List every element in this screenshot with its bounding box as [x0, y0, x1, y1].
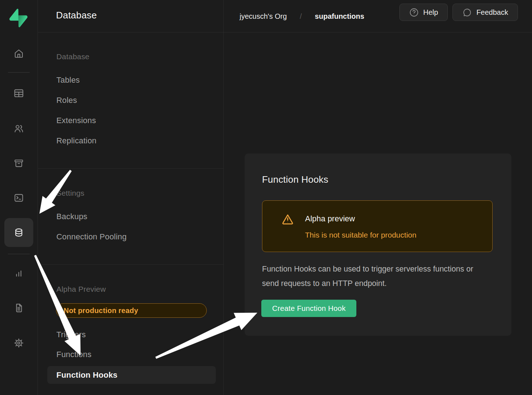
- feedback-button-label: Feedback: [476, 8, 508, 17]
- function-hooks-description: Function Hooks can be used to trigger se…: [262, 262, 486, 291]
- sidebar-header: Database: [38, 0, 223, 32]
- icon-rail: [0, 0, 38, 395]
- supabase-logo-icon[interactable]: [9, 9, 27, 27]
- sidebar-item-replication[interactable]: Replication: [56, 136, 96, 146]
- alert-title: Alpha preview: [305, 214, 355, 223]
- breadcrumb-separator: /: [300, 12, 302, 21]
- sidebar-item-connection-pooling[interactable]: Connection Pooling: [56, 232, 126, 242]
- sidebar-divider: [38, 264, 223, 265]
- function-hooks-card: Function Hooks Alpha preview This is not…: [245, 153, 511, 336]
- help-circle-icon: [409, 8, 419, 17]
- sql-terminal-icon[interactable]: [4, 183, 33, 212]
- sidebar-title: Database: [56, 10, 97, 21]
- not-production-ready-badge: Not production ready: [56, 303, 207, 318]
- create-function-hook-button-label: Create Function Hook: [272, 304, 346, 313]
- help-button-label: Help: [423, 8, 438, 17]
- database-sidebar: Database Database Tables Roles Extension…: [38, 0, 224, 395]
- topbar-actions: Help Feedback: [399, 4, 518, 21]
- sidebar-item-backups[interactable]: Backups: [56, 212, 87, 221]
- alpha-preview-alert: Alpha preview This is not suitable for p…: [262, 200, 493, 252]
- home-icon[interactable]: [4, 39, 33, 68]
- supabase-dashboard: { "colors": { "background": "#1c1c1c", "…: [0, 0, 532, 395]
- breadcrumb: jyecusch's Org / supafunctions: [240, 0, 364, 32]
- rail-divider: [8, 72, 30, 73]
- rail-divider: [8, 254, 30, 254]
- help-button[interactable]: Help: [399, 4, 448, 21]
- page-title: Function Hooks: [262, 174, 328, 185]
- reports-chart-icon[interactable]: [4, 259, 33, 288]
- sidebar-item-roles[interactable]: Roles: [56, 96, 77, 105]
- section-label-alpha-preview: Alpha Preview: [56, 285, 106, 294]
- sidebar-item-function-hooks-label: Function Hooks: [56, 370, 117, 380]
- warning-triangle-icon: [281, 213, 294, 226]
- database-icon[interactable]: [4, 218, 33, 247]
- sidebar-divider: [38, 168, 223, 169]
- storage-archive-icon[interactable]: [4, 149, 33, 178]
- settings-gear-icon[interactable]: [4, 329, 33, 357]
- create-function-hook-button[interactable]: Create Function Hook: [261, 300, 356, 317]
- logs-document-icon[interactable]: [4, 294, 33, 322]
- alert-subtitle: This is not suitable for production: [305, 231, 416, 239]
- feedback-bubble-icon: [462, 8, 472, 17]
- sidebar-item-function-hooks[interactable]: Function Hooks: [47, 366, 216, 384]
- sidebar-item-tables[interactable]: Tables: [56, 75, 80, 85]
- breadcrumb-org[interactable]: jyecusch's Org: [240, 12, 287, 21]
- feedback-button[interactable]: Feedback: [452, 4, 518, 21]
- section-label-database: Database: [56, 52, 90, 61]
- sidebar-item-triggers[interactable]: Triggers: [56, 330, 86, 339]
- breadcrumb-project[interactable]: supafunctions: [315, 12, 364, 21]
- sidebar-item-functions[interactable]: Functions: [56, 350, 91, 359]
- sidebar-item-extensions[interactable]: Extensions: [56, 116, 96, 125]
- topbar: jyecusch's Org / supafunctions Help Feed…: [223, 0, 532, 32]
- auth-users-icon[interactable]: [4, 114, 33, 143]
- section-label-settings: Settings: [56, 189, 84, 198]
- table-editor-icon[interactable]: [4, 79, 33, 108]
